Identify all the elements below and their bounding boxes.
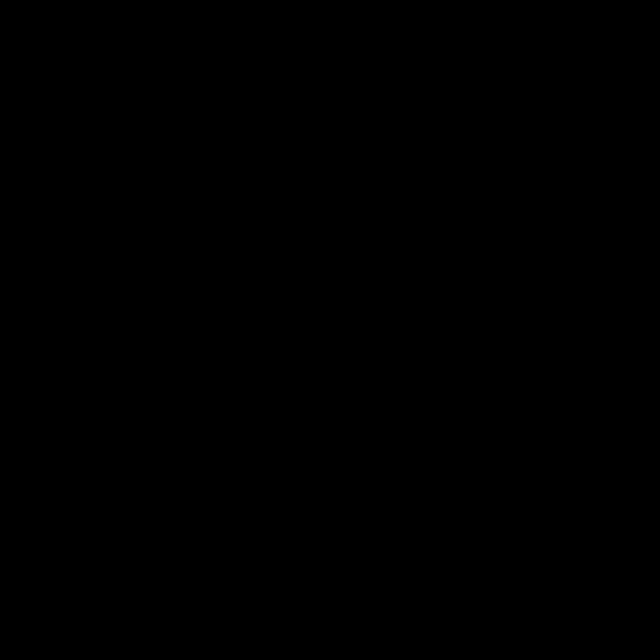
chart-frame bbox=[0, 0, 644, 644]
chart-svg bbox=[24, 24, 620, 620]
plot-area bbox=[24, 24, 620, 620]
